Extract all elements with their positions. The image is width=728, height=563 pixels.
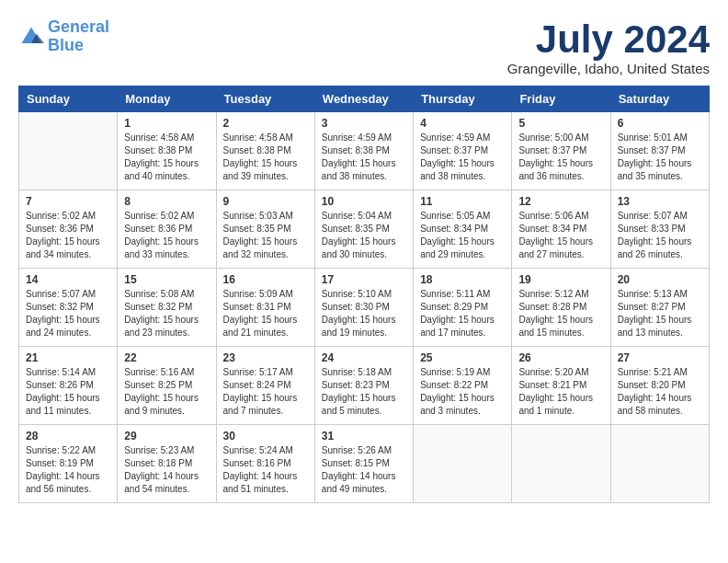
day-cell-16: 16Sunrise: 5:09 AM Sunset: 8:31 PM Dayli… <box>216 269 314 347</box>
day-cell-25: 25Sunrise: 5:19 AM Sunset: 8:22 PM Dayli… <box>414 347 512 425</box>
day-number: 16 <box>223 273 308 286</box>
day-header-saturday: Saturday <box>610 86 709 112</box>
cell-content: Sunrise: 5:12 AM Sunset: 8:28 PM Dayligh… <box>518 288 603 339</box>
day-cell-9: 9Sunrise: 5:03 AM Sunset: 8:35 PM Daylig… <box>216 190 314 269</box>
day-header-thursday: Thursday <box>414 86 512 112</box>
day-number: 3 <box>322 117 406 130</box>
day-cell-3: 3Sunrise: 4:59 AM Sunset: 8:38 PM Daylig… <box>314 112 413 190</box>
day-number: 15 <box>124 273 209 286</box>
cell-content: Sunrise: 5:23 AM Sunset: 8:18 PM Dayligh… <box>124 444 209 496</box>
day-number: 5 <box>518 117 603 130</box>
week-row-1: 1Sunrise: 4:58 AM Sunset: 8:38 PM Daylig… <box>19 112 710 190</box>
cell-content: Sunrise: 4:59 AM Sunset: 8:37 PM Dayligh… <box>420 132 505 183</box>
day-cell-22: 22Sunrise: 5:16 AM Sunset: 8:25 PM Dayli… <box>118 347 216 425</box>
cell-content: Sunrise: 5:00 AM Sunset: 8:37 PM Dayligh… <box>518 132 603 183</box>
day-number: 4 <box>420 117 505 130</box>
day-cell-12: 12Sunrise: 5:06 AM Sunset: 8:34 PM Dayli… <box>512 190 610 269</box>
cell-content: Sunrise: 4:58 AM Sunset: 8:38 PM Dayligh… <box>223 132 308 183</box>
cell-content: Sunrise: 5:08 AM Sunset: 8:32 PM Dayligh… <box>124 288 209 339</box>
cell-content: Sunrise: 5:05 AM Sunset: 8:34 PM Dayligh… <box>420 210 505 261</box>
day-number: 25 <box>420 351 505 364</box>
day-number: 20 <box>618 273 702 286</box>
day-number: 13 <box>618 195 702 208</box>
day-number: 2 <box>223 117 308 130</box>
day-cell-13: 13Sunrise: 5:07 AM Sunset: 8:33 PM Dayli… <box>610 190 709 269</box>
day-number: 28 <box>26 430 110 442</box>
day-number: 21 <box>26 351 110 364</box>
logo-icon <box>18 24 44 50</box>
day-cell-1: 1Sunrise: 4:58 AM Sunset: 8:38 PM Daylig… <box>118 112 216 190</box>
empty-cell <box>19 112 118 190</box>
cell-content: Sunrise: 5:19 AM Sunset: 8:22 PM Dayligh… <box>420 366 505 418</box>
day-number: 7 <box>26 195 110 208</box>
cell-content: Sunrise: 4:59 AM Sunset: 8:38 PM Dayligh… <box>322 132 406 183</box>
cell-content: Sunrise: 5:04 AM Sunset: 8:35 PM Dayligh… <box>322 210 406 261</box>
header: General Blue July 2024 Grangeville, Idah… <box>18 18 710 76</box>
day-cell-21: 21Sunrise: 5:14 AM Sunset: 8:26 PM Dayli… <box>19 347 118 425</box>
cell-content: Sunrise: 5:02 AM Sunset: 8:36 PM Dayligh… <box>124 210 209 261</box>
day-cell-19: 19Sunrise: 5:12 AM Sunset: 8:28 PM Dayli… <box>512 269 610 347</box>
day-cell-14: 14Sunrise: 5:07 AM Sunset: 8:32 PM Dayli… <box>19 269 118 347</box>
empty-cell <box>512 425 610 503</box>
day-number: 14 <box>26 273 110 286</box>
day-cell-28: 28Sunrise: 5:22 AM Sunset: 8:19 PM Dayli… <box>19 425 118 503</box>
cell-content: Sunrise: 5:22 AM Sunset: 8:19 PM Dayligh… <box>26 444 110 496</box>
day-number: 29 <box>124 430 209 442</box>
cell-content: Sunrise: 5:07 AM Sunset: 8:32 PM Dayligh… <box>26 288 110 339</box>
day-number: 27 <box>618 351 702 364</box>
empty-cell <box>414 425 512 503</box>
cell-content: Sunrise: 5:26 AM Sunset: 8:15 PM Dayligh… <box>322 444 406 496</box>
day-number: 24 <box>322 351 406 364</box>
empty-cell <box>610 425 709 503</box>
day-cell-23: 23Sunrise: 5:17 AM Sunset: 8:24 PM Dayli… <box>216 347 314 425</box>
cell-content: Sunrise: 5:01 AM Sunset: 8:37 PM Dayligh… <box>618 132 702 183</box>
week-row-2: 7Sunrise: 5:02 AM Sunset: 8:36 PM Daylig… <box>19 190 710 269</box>
cell-content: Sunrise: 5:13 AM Sunset: 8:27 PM Dayligh… <box>618 288 702 339</box>
day-cell-18: 18Sunrise: 5:11 AM Sunset: 8:29 PM Dayli… <box>414 269 512 347</box>
cell-content: Sunrise: 5:03 AM Sunset: 8:35 PM Dayligh… <box>223 210 308 261</box>
cell-content: Sunrise: 5:11 AM Sunset: 8:29 PM Dayligh… <box>420 288 505 339</box>
day-cell-4: 4Sunrise: 4:59 AM Sunset: 8:37 PM Daylig… <box>414 112 512 190</box>
day-number: 1 <box>124 117 209 130</box>
day-header-wednesday: Wednesday <box>314 86 413 112</box>
day-number: 23 <box>223 351 308 364</box>
day-cell-11: 11Sunrise: 5:05 AM Sunset: 8:34 PM Dayli… <box>414 190 512 269</box>
cell-content: Sunrise: 5:07 AM Sunset: 8:33 PM Dayligh… <box>618 210 702 261</box>
week-row-4: 21Sunrise: 5:14 AM Sunset: 8:26 PM Dayli… <box>19 347 710 425</box>
day-number: 18 <box>420 273 505 286</box>
day-cell-6: 6Sunrise: 5:01 AM Sunset: 8:37 PM Daylig… <box>610 112 709 190</box>
day-cell-7: 7Sunrise: 5:02 AM Sunset: 8:36 PM Daylig… <box>19 190 118 269</box>
day-number: 11 <box>420 195 505 208</box>
cell-content: Sunrise: 5:02 AM Sunset: 8:36 PM Dayligh… <box>26 210 110 261</box>
day-number: 22 <box>124 351 209 364</box>
day-number: 10 <box>322 195 406 208</box>
day-cell-24: 24Sunrise: 5:18 AM Sunset: 8:23 PM Dayli… <box>314 347 413 425</box>
day-cell-30: 30Sunrise: 5:24 AM Sunset: 8:16 PM Dayli… <box>216 425 314 503</box>
day-number: 12 <box>518 195 603 208</box>
day-number: 26 <box>518 351 603 364</box>
logo: General Blue <box>18 18 109 55</box>
day-number: 19 <box>518 273 603 286</box>
location: Grangeville, Idaho, United States <box>507 61 710 76</box>
day-cell-2: 2Sunrise: 4:58 AM Sunset: 8:38 PM Daylig… <box>216 112 314 190</box>
day-number: 30 <box>223 430 308 442</box>
day-header-friday: Friday <box>512 86 610 112</box>
month-title: July 2024 <box>507 18 710 61</box>
cell-content: Sunrise: 5:16 AM Sunset: 8:25 PM Dayligh… <box>124 366 209 418</box>
day-cell-27: 27Sunrise: 5:21 AM Sunset: 8:20 PM Dayli… <box>610 347 709 425</box>
day-number: 8 <box>124 195 209 208</box>
day-cell-26: 26Sunrise: 5:20 AM Sunset: 8:21 PM Dayli… <box>512 347 610 425</box>
week-row-5: 28Sunrise: 5:22 AM Sunset: 8:19 PM Dayli… <box>19 425 710 503</box>
logo-text: General Blue <box>48 18 109 55</box>
day-number: 31 <box>322 430 406 442</box>
days-header-row: SundayMondayTuesdayWednesdayThursdayFrid… <box>19 86 710 112</box>
cell-content: Sunrise: 5:14 AM Sunset: 8:26 PM Dayligh… <box>26 366 110 418</box>
cell-content: Sunrise: 5:17 AM Sunset: 8:24 PM Dayligh… <box>223 366 308 418</box>
day-cell-5: 5Sunrise: 5:00 AM Sunset: 8:37 PM Daylig… <box>512 112 610 190</box>
day-number: 9 <box>223 195 308 208</box>
day-number: 17 <box>322 273 406 286</box>
day-header-sunday: Sunday <box>19 86 118 112</box>
day-cell-20: 20Sunrise: 5:13 AM Sunset: 8:27 PM Dayli… <box>610 269 709 347</box>
logo-line1: General <box>48 17 109 36</box>
cell-content: Sunrise: 5:18 AM Sunset: 8:23 PM Dayligh… <box>322 366 406 418</box>
